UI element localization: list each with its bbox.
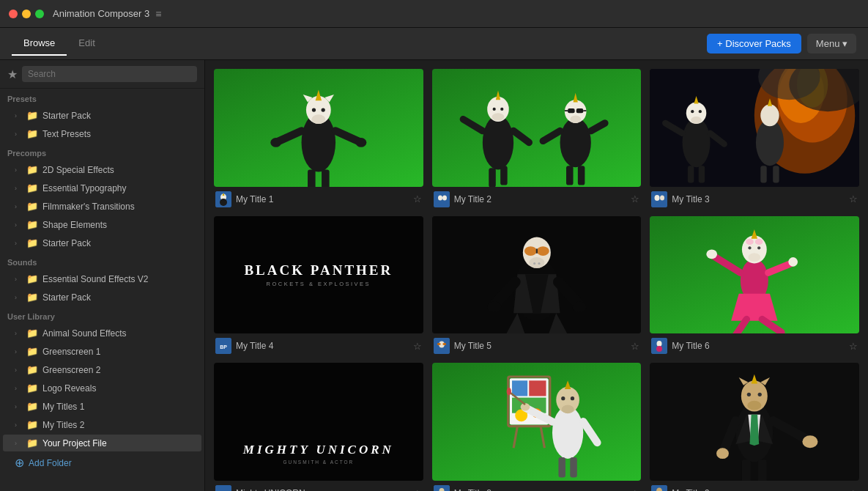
sidebar-item-text-presets[interactable]: › 📁 Text Presets: [3, 125, 201, 142]
discover-packs-button[interactable]: + Discover Packs: [707, 34, 801, 53]
tab-edit[interactable]: Edit: [67, 32, 106, 56]
sidebar-item-starter-pack-presets[interactable]: › 📁 Starter Pack: [3, 107, 201, 124]
search-input[interactable]: [22, 66, 197, 82]
sidebar-item-greenscreen-2[interactable]: › 📁 Greenscreen 2: [3, 361, 201, 378]
svg-point-60: [761, 105, 779, 127]
maximize-button[interactable]: [35, 10, 44, 18]
sidebar-search-row: ★: [0, 60, 204, 89]
item-meta-4: BP My Title 4 ☆: [214, 338, 423, 354]
svg-point-132: [748, 401, 762, 410]
svg-point-98: [757, 246, 760, 249]
item-thumbnail-small-4: BP: [215, 338, 231, 354]
svg-rect-83: [437, 343, 441, 345]
grid-item-3[interactable]: My Title 3 ☆: [650, 69, 859, 207]
close-button[interactable]: [9, 10, 18, 18]
svg-point-7: [322, 108, 325, 111]
sidebar-item-animal-sound-effects[interactable]: › 📁 Animal Sound Effects: [3, 325, 201, 342]
svg-line-112: [541, 427, 544, 448]
sidebar-item-label: Starter Pack: [42, 292, 194, 303]
item-star-5[interactable]: ☆: [631, 341, 639, 352]
thumbnail-4: BLACK PANTHER ROCKETS & EXPLOSIVES: [214, 216, 423, 334]
item-info-9: My Title 9: [651, 485, 709, 491]
svg-line-111: [513, 427, 517, 448]
item-thumbnail-small-6: [651, 338, 667, 354]
grid-item-5[interactable]: My Title 5 ☆: [432, 216, 642, 355]
item-star-8[interactable]: ☆: [631, 488, 639, 491]
app-title-text: Animation Composer 3: [53, 8, 149, 19]
app-title: Animation Composer 3 ≡: [53, 8, 161, 20]
sidebar-item-logo-reveals[interactable]: › 📁 Logo Reveals: [3, 380, 201, 396]
minimize-button[interactable]: [22, 10, 31, 18]
item-name-7: Mighty UNICORN: [236, 488, 305, 491]
chevron-icon: ›: [15, 112, 22, 119]
chevron-icon: ›: [15, 294, 22, 301]
item-info-7: MU Mighty UNICORN: [215, 485, 305, 491]
item-thumbnail-small-2: [434, 191, 450, 207]
svg-point-122: [506, 388, 511, 396]
sidebar-item-label: Logo Reveals: [42, 383, 194, 394]
sidebar-item-greenscreen-1[interactable]: › 📁 Greenscreen 1: [3, 343, 201, 360]
tab-browse[interactable]: Browse: [12, 32, 67, 56]
item-info-8: My Title 8: [434, 485, 492, 491]
sidebar-item-filmmakers-transitions[interactable]: › 📁 Filmmaker's Transitions: [3, 198, 201, 215]
sidebar-item-shape-elements[interactable]: › 📁 Shape Elements: [3, 216, 201, 233]
titlebar: Animation Composer 3 ≡: [0, 0, 868, 28]
item-thumbnail-small-3: [651, 191, 667, 207]
tabbar: Browse Edit + Discover Packs Menu ▾: [0, 28, 868, 60]
item-star-2[interactable]: ☆: [631, 193, 639, 204]
sidebar-item-2d-effects[interactable]: › 📁 2D Special Effects: [3, 161, 201, 178]
sidebar-item-essential-typography[interactable]: › 📁 Essential Typography: [3, 180, 201, 196]
svg-point-17: [220, 199, 227, 206]
svg-line-71: [558, 282, 579, 306]
item-name-8: My Title 8: [454, 488, 492, 491]
item-star-9[interactable]: ☆: [849, 488, 858, 491]
chevron-icon: ›: [15, 166, 22, 174]
item-star-6[interactable]: ☆: [849, 341, 858, 352]
svg-marker-2: [316, 90, 322, 101]
sidebar-item-label: 2D Special Effects: [42, 165, 194, 175]
item-name-9: My Title 9: [672, 488, 709, 491]
grid-item-1[interactable]: My Title 1 ☆: [214, 69, 423, 207]
sidebar-item-my-titles-1[interactable]: › 📁 My Titles 1: [3, 398, 201, 415]
svg-point-6: [312, 108, 316, 111]
svg-line-123: [583, 422, 597, 443]
grid-item-9[interactable]: My Title 9 ☆: [650, 363, 859, 491]
grid-item-8[interactable]: My Title 8 ☆: [432, 363, 642, 491]
add-folder-item[interactable]: ⊕ Add Folder: [3, 453, 201, 473]
sidebar-item-label: Text Presets: [42, 129, 194, 139]
favorites-star-button[interactable]: ★: [7, 67, 18, 81]
grid-item-2[interactable]: My Title 2 ☆: [432, 69, 642, 207]
menu-button[interactable]: Menu ▾: [807, 34, 856, 53]
item-star-3[interactable]: ☆: [849, 193, 858, 204]
folder-icon: 📁: [26, 182, 38, 193]
item-star-7[interactable]: ☆: [413, 488, 422, 491]
svg-line-36: [543, 131, 560, 141]
svg-rect-58: [699, 166, 705, 182]
sidebar-item-essential-sound-effects[interactable]: › 📁 Essential Sound Effects V2: [3, 270, 201, 287]
item-name-6: My Title 6: [672, 341, 709, 351]
item-star-4[interactable]: ☆: [413, 341, 422, 352]
item-info-4: BP My Title 4: [215, 338, 273, 354]
item-star-1[interactable]: ☆: [413, 193, 422, 204]
grid-item-7[interactable]: MIGHTY UNICORN GUNSMITH & ACTOR MU: [214, 363, 423, 491]
grid-item-6[interactable]: My Title 6 ☆: [650, 216, 859, 355]
sidebar-item-starter-pack-sounds[interactable]: › 📁 Starter Pack: [3, 289, 201, 306]
svg-point-5: [311, 114, 325, 124]
svg-point-21: [492, 113, 504, 121]
svg-point-100: [657, 341, 662, 347]
svg-rect-27: [500, 166, 508, 185]
item-meta-5: My Title 5 ☆: [432, 338, 642, 354]
sidebar-item-starter-pack-precomps[interactable]: › 📁 Starter Pack: [3, 235, 201, 251]
item-meta-3: My Title 3 ☆: [650, 191, 859, 207]
section-user-library-header: User Library: [0, 306, 204, 324]
svg-rect-106: [512, 381, 527, 396]
sidebar: ★ Presets › 📁 Starter Pack › 📁 Text Pres…: [0, 60, 205, 491]
sidebar-item-my-titles-2[interactable]: › 📁 My Titles 2: [3, 416, 201, 433]
sidebar-item-your-project-file[interactable]: › 📁 Your Project File: [3, 435, 201, 451]
grid-item-4[interactable]: BLACK PANTHER ROCKETS & EXPLOSIVES BP: [214, 216, 423, 355]
hamburger-icon[interactable]: ≡: [155, 8, 161, 20]
item-thumbnail-small-8: [434, 485, 450, 491]
svg-point-22: [492, 108, 495, 111]
item-thumbnail-small-9: [651, 485, 667, 491]
chevron-icon: ›: [15, 330, 22, 337]
